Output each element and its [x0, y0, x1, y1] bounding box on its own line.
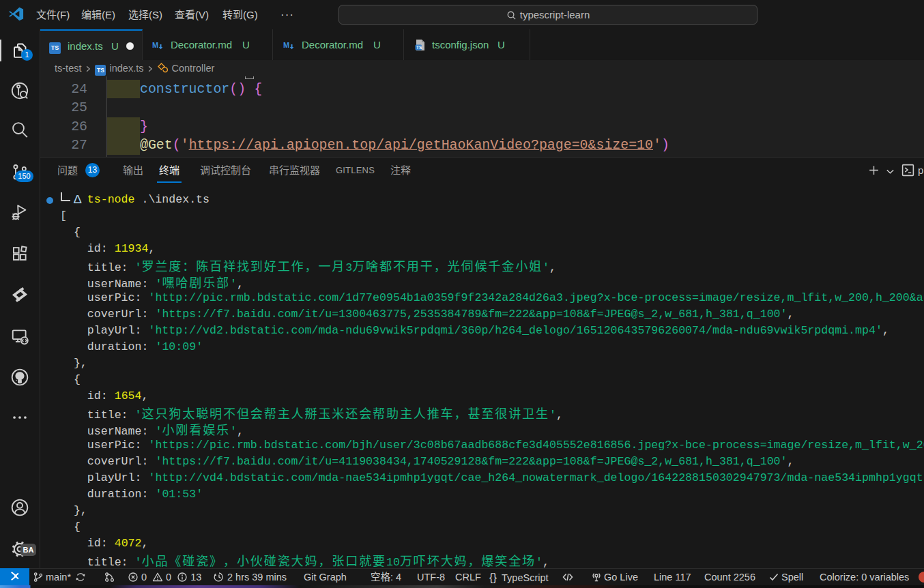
- svg-text:TS: TS: [416, 45, 422, 50]
- svg-text:M: M: [283, 41, 289, 49]
- svg-text:M: M: [152, 41, 158, 49]
